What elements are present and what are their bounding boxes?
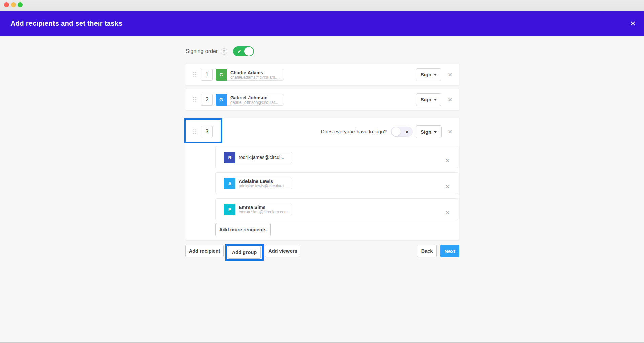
task-label: Sign	[421, 97, 432, 102]
recipient-email: charlie.adams@circularo....	[230, 75, 281, 80]
task-dropdown[interactable]: Sign	[416, 68, 441, 81]
member-name: Adelaine Lewis	[239, 179, 289, 184]
recipient-group-row: 3 Does everyone have to sign? × Sign ✕ R…	[185, 118, 460, 240]
remove-recipient-icon[interactable]: ✕	[446, 89, 454, 111]
recipient-email: gabriel.johnson@circular...	[230, 100, 281, 105]
remove-member-icon[interactable]: ✕	[444, 202, 452, 224]
app-window: Add recipients and set their tasks ✕ Sig…	[0, 0, 644, 343]
task-dropdown[interactable]: Sign	[416, 93, 441, 106]
member-name-field[interactable]: Emma Sims emma.sims@circularo.com	[235, 204, 292, 215]
avatar: C	[216, 69, 227, 81]
avatar: E	[224, 204, 235, 215]
chevron-down-icon	[434, 99, 437, 101]
recipient-name: Charlie Adams	[230, 70, 281, 75]
recipient-name-field[interactable]: Charlie Adams charlie.adams@circularo...…	[227, 69, 284, 81]
member-name: Emma Sims	[239, 205, 289, 210]
x-icon: ×	[406, 129, 408, 134]
window-close-icon[interactable]	[4, 2, 9, 7]
order-number-input[interactable]: 3	[201, 126, 213, 137]
group-member-row: E Emma Sims emma.sims@circularo.com ✕	[215, 198, 458, 220]
task-label: Sign	[421, 129, 432, 135]
chevron-down-icon	[434, 131, 437, 133]
task-dropdown[interactable]: Sign	[416, 125, 442, 138]
remove-member-icon[interactable]: ✕	[444, 176, 452, 198]
next-button[interactable]: Next	[440, 245, 459, 257]
remove-recipient-icon[interactable]: ✕	[446, 64, 454, 86]
task-label: Sign	[421, 72, 432, 77]
order-number-input[interactable]: 1	[201, 69, 213, 81]
drag-handle-icon[interactable]	[193, 72, 196, 77]
recipient-row: 2 G Gabriel Johnson gabriel.johnson@circ…	[185, 89, 460, 110]
signing-order-row: Signing order ? ✓	[186, 46, 254, 57]
recipient-row: 1 C Charlie Adams charlie.adams@circular…	[185, 64, 460, 85]
everyone-sign-question: Does everyone have to sign?	[321, 129, 387, 134]
signing-order-label: Signing order	[186, 48, 218, 54]
recipient-name: Gabriel Johnson	[230, 95, 281, 100]
remove-group-icon[interactable]: ✕	[446, 121, 454, 142]
group-member-row: A Adelaine Lewis adalaine.lewis@circular…	[215, 172, 458, 194]
window-title-bar	[0, 0, 644, 11]
order-number-input[interactable]: 2	[201, 94, 213, 106]
add-viewers-button[interactable]: Add viewers	[265, 245, 300, 257]
window-zoom-icon[interactable]	[18, 2, 23, 7]
window-minimize-icon[interactable]	[11, 2, 16, 7]
avatar: G	[216, 94, 227, 106]
everyone-sign-toggle[interactable]: ×	[391, 127, 413, 137]
chevron-down-icon	[434, 74, 437, 76]
remove-member-icon[interactable]: ✕	[444, 150, 452, 172]
signing-order-toggle[interactable]: ✓	[233, 46, 254, 56]
page-title: Add recipients and set their tasks	[0, 20, 122, 27]
member-email: rodrik.james@circul...	[239, 155, 284, 160]
add-group-button[interactable]: Add group	[228, 246, 261, 259]
drag-handle-icon[interactable]	[193, 129, 196, 134]
toggle-knob	[244, 47, 253, 56]
check-icon: ✓	[237, 49, 241, 54]
avatar: A	[224, 178, 235, 189]
member-email: emma.sims@circularo.com	[239, 210, 289, 214]
recipient-name-field[interactable]: Gabriel Johnson gabriel.johnson@circular…	[227, 94, 284, 106]
avatar: R	[224, 152, 235, 163]
member-email: adalaine.lewis@circularo...	[239, 184, 289, 188]
help-icon[interactable]: ?	[221, 48, 227, 55]
add-recipient-button[interactable]: Add recipient	[185, 245, 224, 257]
member-name-field[interactable]: Adelaine Lewis adalaine.lewis@circularo.…	[235, 178, 292, 189]
back-button[interactable]: Back	[417, 245, 437, 257]
close-icon[interactable]: ✕	[630, 20, 636, 27]
group-member-row: R rodrik.james@circul... ✕	[215, 146, 458, 168]
member-email-field[interactable]: rodrik.james@circul...	[235, 152, 292, 163]
modal-header: Add recipients and set their tasks ✕	[0, 11, 644, 36]
drag-handle-icon[interactable]	[193, 97, 196, 102]
add-more-recipients-button[interactable]: Add more recipients	[215, 223, 271, 236]
toggle-knob	[392, 127, 401, 136]
